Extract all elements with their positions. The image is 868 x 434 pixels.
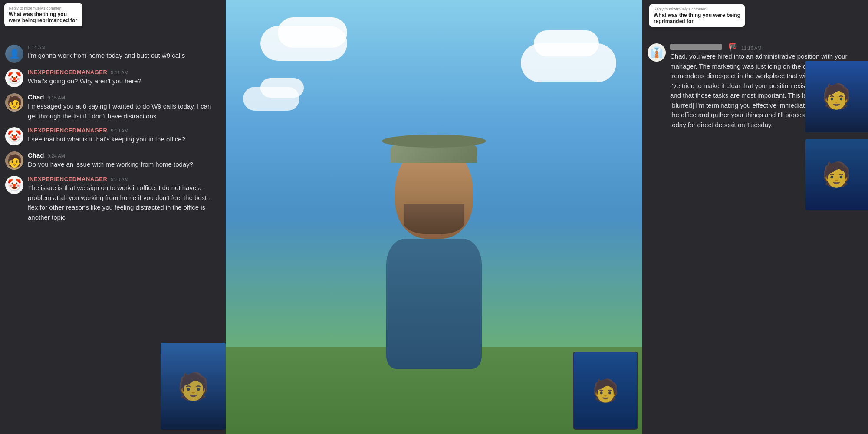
right-chat-panel: Reply to mizemuely's comment What was th…: [642, 0, 868, 434]
small-video-right-top: 🧑: [805, 61, 868, 132]
center-video-panel: 🧑: [226, 0, 642, 434]
message-header: INEXPERIENCEDMANAGER 9:19 AM: [28, 127, 220, 134]
video-overlay-left: 🧑: [161, 343, 226, 430]
message-content: Chad 9:15 AM I messaged you at 8 saying …: [28, 93, 220, 121]
message-header: Chad 9:15 AM: [28, 93, 220, 101]
message-header: INEXPERIENCEDMANAGER 9:11 AM: [28, 69, 220, 76]
timestamp: 9:30 AM: [111, 177, 128, 182]
message-text: I'm gonna work from home today and bust …: [28, 51, 220, 61]
sender-name-chad: Chad: [28, 93, 44, 101]
message-text: I see that but what is it that's keeping…: [28, 135, 220, 145]
avatar: 👤: [5, 45, 23, 63]
avatar: 🧑: [5, 93, 23, 112]
cloud: [278, 17, 347, 48]
beard: [404, 204, 464, 234]
avatar: 🤡: [5, 69, 23, 87]
message-header: 🏴 11:18 AM: [670, 43, 863, 51]
right-panel-header: Reply to mizemuely's comment What was th…: [642, 0, 868, 39]
small-video-right-bottom: 🧑: [805, 139, 868, 210]
timestamp: 9:24 AM: [48, 153, 65, 158]
message-group: 👤 8:14 AM I'm gonna work from home today…: [5, 45, 220, 63]
flag-icon: 🏴: [729, 43, 736, 49]
timestamp: 9:11 AM: [111, 70, 128, 75]
message-header: INEXPERIENCEDMANAGER 9:30 AM: [28, 176, 220, 182]
message-text: The issue is that we sign on to work in …: [28, 183, 220, 222]
message-text: What's going on? Why aren't you here?: [28, 76, 220, 86]
sender-name-chad: Chad: [28, 151, 44, 159]
avatar: 🤡: [5, 176, 23, 194]
avatar: 🧑: [5, 151, 23, 170]
message-content: 8:14 AM I'm gonna work from home today a…: [28, 45, 220, 61]
timestamp: 11:18 AM: [741, 46, 761, 51]
blurred-name: [670, 44, 722, 50]
message-text: Do you have an issue with me working fro…: [28, 160, 220, 170]
cloud: [260, 78, 304, 98]
message-group: 🤡 INEXPERIENCEDMANAGER 9:11 AM What's go…: [5, 69, 220, 87]
avatar-manager-right: 👔: [648, 43, 666, 62]
message-content: INEXPERIENCEDMANAGER 9:19 AM I see that …: [28, 127, 220, 145]
message-header: Chad 9:24 AM: [28, 151, 220, 159]
small-video-overlay: 🧑: [573, 352, 638, 430]
left-chat-panel: Reply to mizemuely's comment What was th…: [0, 0, 226, 434]
sender-name: INEXPERIENCEDMANAGER: [28, 69, 107, 76]
timestamp: 8:14 AM: [28, 45, 45, 50]
shirt: [386, 239, 482, 369]
message-group: 🤡 INEXPERIENCEDMANAGER 9:30 AM The issue…: [5, 176, 220, 222]
cloud: [534, 30, 599, 56]
cap-brim: [382, 135, 486, 148]
sender-name: INEXPERIENCEDMANAGER: [28, 127, 107, 134]
timestamp: 9:19 AM: [111, 128, 128, 133]
message-header: 8:14 AM: [28, 45, 220, 50]
message-group: 🧑 Chad 9:24 AM Do you have an issue with…: [5, 151, 220, 170]
message-content: INEXPERIENCEDMANAGER 9:30 AM The issue i…: [28, 176, 220, 222]
reply-quote-right: Reply to mizemuely's comment What was th…: [649, 4, 745, 27]
message-text: I messaged you at 8 saying I wanted to d…: [28, 102, 220, 121]
message-group: 🧑 Chad 9:15 AM I messaged you at 8 sayin…: [5, 93, 220, 121]
avatar: 🤡: [5, 127, 23, 145]
message-group: 🤡 INEXPERIENCEDMANAGER 9:19 AM I see tha…: [5, 127, 220, 145]
message-content: Chad 9:24 AM Do you have an issue with m…: [28, 151, 220, 170]
message-content: INEXPERIENCEDMANAGER 9:11 AM What's goin…: [28, 69, 220, 86]
reply-quote-left: Reply to mizemuely's comment What was th…: [4, 3, 82, 26]
timestamp: 9:15 AM: [48, 95, 65, 100]
person-silhouette: [386, 143, 482, 369]
sender-name: INEXPERIENCEDMANAGER: [28, 176, 107, 182]
